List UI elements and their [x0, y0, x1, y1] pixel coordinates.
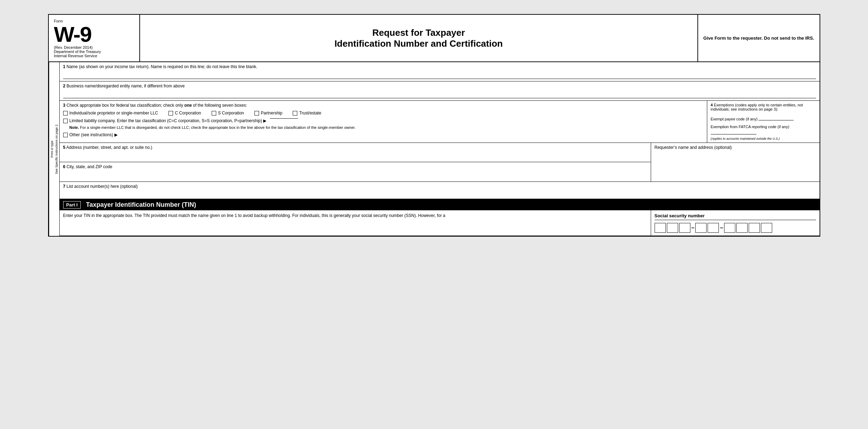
header-left: Form W-9 (Rev. December 2014) Department…	[49, 15, 140, 61]
header-center: Request for Taxpayer Identification Numb…	[140, 15, 697, 61]
llc-row: Limited liability company. Enter the tax…	[63, 118, 703, 123]
row3-container: 3 Check appropriate box for federal tax …	[60, 101, 820, 143]
exempt-payee-row: Exempt payee code (if any)	[711, 115, 816, 121]
ssn-dash-2: –	[720, 225, 723, 231]
form-title: Request for Taxpayer Identification Numb…	[334, 27, 503, 49]
exempt-payee-input[interactable]	[758, 115, 794, 120]
ssn-box-4[interactable]	[695, 223, 707, 233]
part1-header: Part I Taxpayer Identification Number (T…	[60, 199, 820, 210]
field1-row: 1 Name (as shown on your income tax retu…	[60, 62, 820, 81]
checkbox-scorp: S Corporation	[212, 111, 244, 116]
part1-body: Enter your TIN in the appropriate box. T…	[60, 210, 820, 236]
part1-right: Social security number – –	[651, 210, 820, 236]
ssn-box-2[interactable]	[667, 223, 678, 233]
field7-row: 7 List account number(s) here (optional)	[60, 182, 820, 199]
checkbox-partnership-box[interactable]	[254, 111, 259, 116]
ssn-box-9[interactable]	[761, 223, 772, 233]
note-row: Note. For a single-member LLC that is di…	[63, 125, 703, 130]
field1-label: 1 Name (as shown on your income tax retu…	[63, 64, 816, 69]
applies-note: (Applies to accounts maintained outside …	[711, 137, 816, 140]
checkbox-partnership: Partnership	[254, 111, 282, 116]
checkbox-trust: Trust/estate	[293, 111, 321, 116]
checkboxes-row: Individual/sole proprietor or single-mem…	[63, 111, 703, 116]
checkbox-trust-box[interactable]	[293, 111, 297, 116]
fatca-input[interactable]	[711, 129, 756, 134]
field2-label: 2 Business name/disregarded entity name,…	[63, 84, 816, 88]
form-dept1: Department of the Treasury	[54, 50, 134, 54]
fatca-row: Exemption from FATCA reporting code (if …	[711, 125, 816, 135]
row56-container: 5 Address (number, street, and apt. or s…	[60, 143, 820, 182]
requester-box: Requester’s name and address (optional)	[651, 143, 820, 182]
field7-label: 7 List account number(s) here (optional)	[63, 184, 816, 189]
checkbox-other-box[interactable]	[63, 133, 68, 137]
field3-label: 3 Check appropriate box for federal tax …	[63, 103, 703, 108]
part1-left: Enter your TIN in the appropriate box. T…	[60, 210, 651, 236]
checkbox-ccorp: C Corporation	[168, 111, 201, 116]
form-header: Form W-9 (Rev. December 2014) Department…	[49, 15, 820, 62]
field5-row: 5 Address (number, street, and apt. or s…	[60, 143, 651, 162]
form-fields: 1 Name (as shown on your income tax retu…	[59, 62, 820, 236]
part1-label: Part I	[63, 201, 81, 209]
sidebar-top: Print or type	[50, 64, 54, 234]
row56-left: 5 Address (number, street, and apt. or s…	[60, 143, 651, 182]
field2-row: 2 Business name/disregarded entity name,…	[60, 81, 820, 101]
ssn-dash-1: –	[691, 225, 695, 231]
row3-left: 3 Check appropriate box for federal tax …	[60, 101, 707, 143]
checkbox-llc-box[interactable]	[63, 119, 68, 123]
checkbox-individual-box[interactable]	[63, 111, 68, 116]
form-number: W-9	[54, 24, 134, 45]
ssn-box-3[interactable]	[679, 223, 690, 233]
sidebar: Print or type See Specific Instructions …	[49, 62, 59, 236]
w9-form: Form W-9 (Rev. December 2014) Department…	[48, 14, 820, 237]
field1-input[interactable]	[63, 72, 816, 79]
ssn-box-1[interactable]	[655, 223, 666, 233]
form-dept2: Internal Revenue Service	[54, 54, 134, 58]
row3-right: 4 Exemptions (codes apply only to certai…	[707, 101, 820, 143]
field5-label: 5 Address (number, street, and apt. or s…	[63, 145, 647, 150]
ssn-box-7[interactable]	[736, 223, 748, 233]
other-row: Other (see instructions) ▶	[63, 132, 703, 137]
field4-label: 4 Exemptions (codes apply only to certai…	[711, 103, 816, 111]
field2-input[interactable]	[63, 91, 816, 98]
part1-body-text: Enter your TIN in the appropriate box. T…	[63, 213, 445, 218]
checkbox-individual: Individual/sole proprietor or single-mem…	[63, 111, 158, 116]
ssn-label: Social security number	[655, 213, 816, 220]
form-title-line2: Identification Number and Certification	[334, 38, 503, 49]
ssn-box-6[interactable]	[724, 223, 735, 233]
checkbox-ccorp-box[interactable]	[168, 111, 173, 116]
form-body: Print or type See Specific Instructions …	[49, 62, 820, 236]
ssn-box-5[interactable]	[708, 223, 719, 233]
field6-label: 6 City, state, and ZIP code	[63, 164, 647, 169]
ssn-boxes: – –	[655, 223, 816, 233]
form-title-line1: Request for Taxpayer	[334, 27, 503, 38]
checkbox-scorp-box[interactable]	[212, 111, 216, 116]
header-right: Give Form to the requester. Do not send …	[697, 15, 820, 61]
form-rev: (Rev. December 2014)	[54, 45, 134, 50]
part1-title: Taxpayer Identification Number (TIN)	[86, 201, 196, 209]
sidebar-bottom: See Specific Instructions on page 2.	[55, 64, 58, 234]
llc-classification-line[interactable]	[270, 118, 298, 119]
field6-row: 6 City, state, and ZIP code	[60, 162, 651, 182]
ssn-box-8[interactable]	[749, 223, 760, 233]
